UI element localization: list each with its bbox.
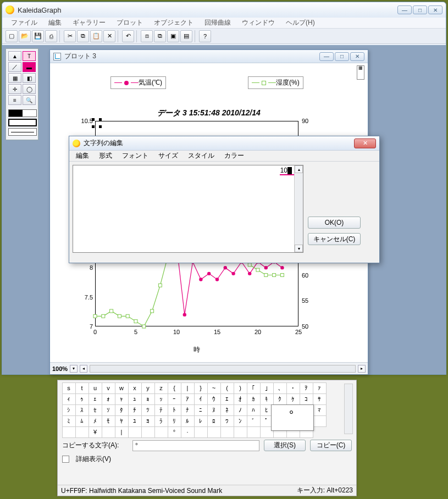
copy-button[interactable]: コピー(C) bbox=[310, 440, 352, 451]
char-cell[interactable]: ﾇ bbox=[207, 404, 221, 416]
save-icon[interactable]: 💾 bbox=[32, 30, 44, 42]
char-cell[interactable]: ﾔ bbox=[115, 415, 129, 427]
plot-titlebar[interactable]: プロット 3 — □ ✕ bbox=[50, 50, 368, 63]
char-cell[interactable]: ｦ bbox=[300, 382, 313, 394]
char-cell[interactable]: ﾊ bbox=[247, 404, 261, 416]
char-cell[interactable] bbox=[234, 426, 247, 438]
char-cell[interactable] bbox=[207, 426, 221, 438]
char-cell[interactable]: ﾃ bbox=[154, 404, 168, 416]
pattern-swatch[interactable] bbox=[8, 119, 37, 126]
char-cell[interactable]: ﾈ bbox=[220, 404, 234, 416]
char-cell[interactable]: v bbox=[102, 382, 115, 394]
char-cell[interactable]: ｫ bbox=[102, 393, 115, 405]
char-cell[interactable]: ﾁ bbox=[128, 404, 142, 416]
menu-gallery[interactable]: ギャラリー bbox=[68, 17, 110, 29]
dlg-menu-style[interactable]: スタイル bbox=[188, 151, 214, 160]
char-cell[interactable] bbox=[141, 426, 155, 438]
legend-series-0[interactable]: 気温(℃) bbox=[110, 76, 166, 89]
oval-tool-icon[interactable]: ◯ bbox=[23, 84, 36, 94]
line-style-swatch[interactable] bbox=[8, 128, 37, 136]
edit-text-area[interactable]: 10 ▴ ▾ bbox=[73, 165, 303, 253]
pointer-tool-icon[interactable]: ▲ bbox=[8, 51, 21, 61]
copy-icon[interactable]: ⧉ bbox=[77, 30, 89, 42]
char-cell[interactable]: ｩ bbox=[75, 393, 89, 405]
char-cell[interactable]: ｶ bbox=[247, 393, 261, 405]
char-cell[interactable]: ﾗ bbox=[154, 415, 168, 427]
print-icon[interactable]: ⎙ bbox=[45, 30, 57, 42]
cancel-button[interactable]: キャンセル(C) bbox=[308, 233, 361, 245]
help-icon[interactable]: ? bbox=[199, 30, 211, 42]
color-swatch[interactable] bbox=[8, 109, 37, 117]
paste-icon[interactable]: 📋 bbox=[90, 30, 102, 42]
char-cell[interactable]: · bbox=[181, 426, 195, 438]
edit-vscroll[interactable]: ▴ ▾ bbox=[294, 165, 303, 252]
char-cell[interactable]: { bbox=[168, 382, 181, 394]
char-cell[interactable]: ｨ bbox=[62, 393, 76, 405]
cut-icon[interactable]: ✂ bbox=[64, 30, 76, 42]
char-cell[interactable]: ﾛ bbox=[207, 415, 221, 427]
char-cell[interactable]: ﾅ bbox=[181, 404, 195, 416]
open-icon[interactable]: 📂 bbox=[19, 30, 31, 42]
char-cell[interactable] bbox=[194, 426, 208, 438]
char-cell[interactable]: ｷ bbox=[260, 393, 274, 405]
eraser-tool-icon[interactable]: ◧ bbox=[23, 73, 36, 83]
char-cell[interactable]: ﾑ bbox=[75, 415, 89, 427]
menu-window[interactable]: ウィンドウ bbox=[237, 17, 279, 29]
char-cell[interactable]: ﾄ bbox=[168, 404, 181, 416]
dlg-menu-size[interactable]: サイズ bbox=[158, 151, 178, 160]
plot-minimize-button[interactable]: — bbox=[319, 52, 334, 61]
dlg-menu-font[interactable]: フォント bbox=[122, 151, 148, 160]
detail-checkbox[interactable] bbox=[62, 456, 69, 463]
delete-icon[interactable]: ✕ bbox=[103, 30, 115, 42]
char-cell[interactable]: } bbox=[194, 382, 208, 394]
char-cell[interactable]: ﾖ bbox=[141, 415, 155, 427]
char-cell[interactable]: s bbox=[62, 382, 76, 394]
copy-chars-input[interactable] bbox=[132, 440, 259, 451]
char-cell[interactable]: ﾘ bbox=[168, 415, 181, 427]
char-cell[interactable] bbox=[75, 426, 89, 438]
titlebar[interactable]: KaleidaGraph — □ ✕ bbox=[2, 2, 446, 18]
char-cell[interactable]: ｰ bbox=[168, 393, 181, 405]
char-cell[interactable]: ｢ bbox=[247, 382, 261, 394]
char-cell[interactable]: ) bbox=[234, 382, 247, 394]
ok-button[interactable]: OK(O) bbox=[308, 217, 361, 229]
char-cell[interactable]: | bbox=[181, 382, 195, 394]
char-cell[interactable]: ﾕ bbox=[128, 415, 142, 427]
char-cell[interactable] bbox=[128, 426, 142, 438]
char-cell[interactable]: ｣ bbox=[260, 382, 274, 394]
char-cell[interactable] bbox=[154, 426, 168, 438]
char-cell[interactable]: | bbox=[115, 426, 129, 438]
plot-close-button[interactable]: ✕ bbox=[350, 52, 364, 61]
char-cell[interactable]: t bbox=[75, 382, 89, 394]
zoom-dropdown-icon[interactable]: ▾ bbox=[70, 365, 78, 373]
maximize-button[interactable]: □ bbox=[413, 5, 427, 14]
h-scrollbar[interactable] bbox=[90, 365, 356, 373]
dlg-menu-color[interactable]: カラー bbox=[224, 151, 244, 160]
line-tool-icon[interactable]: ／ bbox=[8, 62, 21, 72]
char-cell[interactable]: ﾂ bbox=[141, 404, 155, 416]
char-cell[interactable]: ﾏ bbox=[313, 404, 327, 416]
char-cell[interactable]: ° bbox=[168, 426, 181, 438]
char-cell[interactable]: ､ bbox=[273, 382, 287, 394]
char-cell[interactable]: ｽ bbox=[75, 404, 89, 416]
target-tool-icon[interactable]: ✛ bbox=[8, 84, 21, 94]
char-cell[interactable]: ｯ bbox=[154, 393, 168, 405]
char-cell[interactable]: z bbox=[154, 382, 168, 394]
char-cell[interactable] bbox=[220, 426, 234, 438]
char-cell[interactable]: ｪ bbox=[89, 393, 102, 405]
close-button[interactable]: ✕ bbox=[428, 5, 443, 14]
char-cell[interactable]: ﾉ bbox=[234, 404, 247, 416]
select-button[interactable]: 選択(S) bbox=[264, 440, 306, 451]
char-cell[interactable]: ﾜ bbox=[220, 415, 234, 427]
char-cell[interactable]: ¥ bbox=[89, 426, 102, 438]
char-cell[interactable]: ｺ bbox=[300, 393, 313, 405]
char-cell[interactable]: ﾙ bbox=[181, 415, 195, 427]
char-cell[interactable]: w bbox=[115, 382, 129, 394]
table-tool-icon[interactable]: ▦ bbox=[8, 73, 21, 83]
scroll-up-icon[interactable]: ▴ bbox=[295, 165, 303, 173]
align-tool-icon[interactable]: ≡ bbox=[8, 95, 21, 105]
minimize-button[interactable]: — bbox=[397, 5, 412, 14]
char-cell[interactable]: x bbox=[128, 382, 142, 394]
char-cell[interactable]: ｲ bbox=[194, 393, 208, 405]
charmap-vscroll[interactable] bbox=[344, 384, 353, 434]
